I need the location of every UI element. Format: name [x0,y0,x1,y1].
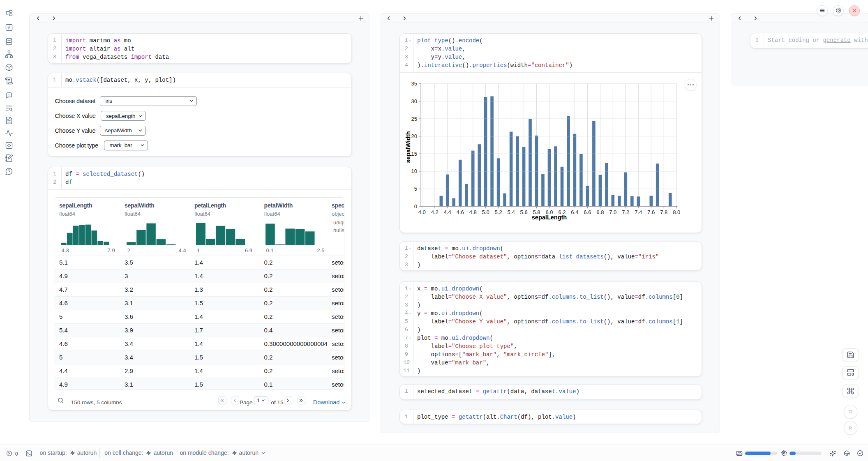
svg-text:7.6: 7.6 [647,209,655,215]
svg-text:35: 35 [411,81,417,87]
svg-text:4.2: 4.2 [431,209,439,215]
svg-text:sepalLength: sepalLength [532,214,567,221]
svg-text:5: 5 [414,186,417,192]
svg-text:0: 0 [414,203,417,210]
svg-text:20: 20 [411,133,417,139]
svg-text:5.0: 5.0 [482,209,489,215]
svg-text:5.6: 5.6 [520,209,528,215]
svg-text:5.4: 5.4 [508,209,515,215]
svg-text:7.4: 7.4 [635,209,642,215]
svg-text:6.8: 6.8 [596,209,604,215]
svg-text:8.0: 8.0 [673,209,680,215]
svg-text:7.8: 7.8 [660,209,667,215]
svg-text:5.2: 5.2 [495,209,502,215]
svg-text:10: 10 [411,168,417,174]
svg-text:15: 15 [411,151,417,157]
svg-text:7.2: 7.2 [622,209,629,215]
svg-text:25: 25 [411,116,417,122]
svg-text:4.6: 4.6 [457,209,464,215]
svg-text:4.8: 4.8 [469,209,477,215]
svg-text:6.4: 6.4 [571,209,578,215]
svg-text:sepalWidth: sepalWidth [405,131,411,163]
svg-text:6.6: 6.6 [584,209,591,215]
svg-text:4.0: 4.0 [418,209,426,215]
svg-text:7.0: 7.0 [609,209,616,215]
svg-text:30: 30 [411,98,417,104]
svg-text:4.4: 4.4 [444,209,451,215]
